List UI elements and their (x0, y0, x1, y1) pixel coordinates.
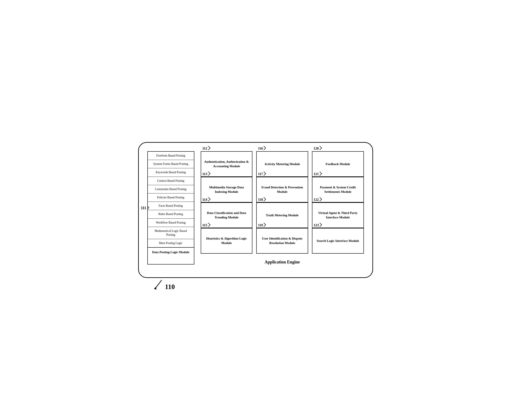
module-row: 113Multimedia Storage Data Indexing Modu… (201, 177, 364, 202)
module-box-123: Search Logic Interface Module (312, 228, 364, 254)
module-cell: 115Heuristics & Algorithm Logic Module (201, 228, 253, 254)
module-number: 121 (314, 172, 322, 176)
left-item: Freeform Based Posting (148, 152, 194, 160)
left-item: Policies Based Posting (148, 194, 194, 202)
left-panel: 111 Freeform Based PostingSystem Forms B… (147, 151, 194, 264)
module-box-115: Heuristics & Algorithm Logic Module (201, 228, 253, 254)
left-footer: Data Posting Logic Module (148, 247, 194, 257)
left-item: Constraints Based Posting (148, 185, 194, 194)
module-number: 119 (258, 223, 266, 227)
module-box-119: User Identification & Dispute Resolution… (256, 228, 308, 254)
module-number: 120 (314, 147, 322, 150)
left-item: Facts Based Posting (148, 202, 194, 210)
svg-line-0 (155, 280, 162, 289)
app-engine-label: Application Engine (201, 260, 364, 264)
diagram-label-110: 110 (151, 278, 175, 291)
left-item: Context Based Posting (148, 177, 194, 185)
module-row: 115Heuristics & Algorithm Logic Module11… (201, 228, 364, 254)
module-number: 113 (202, 172, 211, 176)
module-number: 116 (258, 147, 266, 150)
right-panel: 112Authentication, Authorization & Accou… (201, 151, 364, 264)
module-number: 123 (314, 223, 322, 227)
left-item: Keywords Based Posting (148, 168, 194, 177)
left-item: Rules Based Posting (148, 210, 194, 218)
left-item: Workflow Based Posting (148, 219, 194, 227)
module-row: 114Data Classification and Data Trending… (201, 202, 364, 228)
outer-container: 111 Freeform Based PostingSystem Forms B… (138, 142, 373, 278)
module-number: 122 (314, 198, 322, 202)
module-number: 118 (258, 198, 266, 202)
module-row: 112Authentication, Authorization & Accou… (201, 151, 364, 177)
arrow-icon (151, 278, 164, 291)
module-number: 117 (258, 172, 266, 176)
left-item: Meta Posting Logic (148, 239, 194, 247)
label-111: 111 (141, 206, 149, 210)
left-item: Mathematical Logic Based Posting (148, 227, 194, 239)
module-cell: 119User Identification & Dispute Resolut… (256, 228, 308, 254)
label-110: 110 (165, 283, 175, 291)
left-box: Freeform Based PostingSystem Forms Based… (147, 151, 194, 264)
module-number: 114 (202, 198, 211, 202)
module-number: 112 (202, 147, 211, 150)
module-cell: 123Search Logic Interface Module (312, 228, 364, 254)
diagram-wrapper: 111 Freeform Based PostingSystem Forms B… (138, 142, 373, 278)
module-number: 115 (202, 223, 211, 227)
left-item: System Forms Based Posting (148, 160, 194, 168)
